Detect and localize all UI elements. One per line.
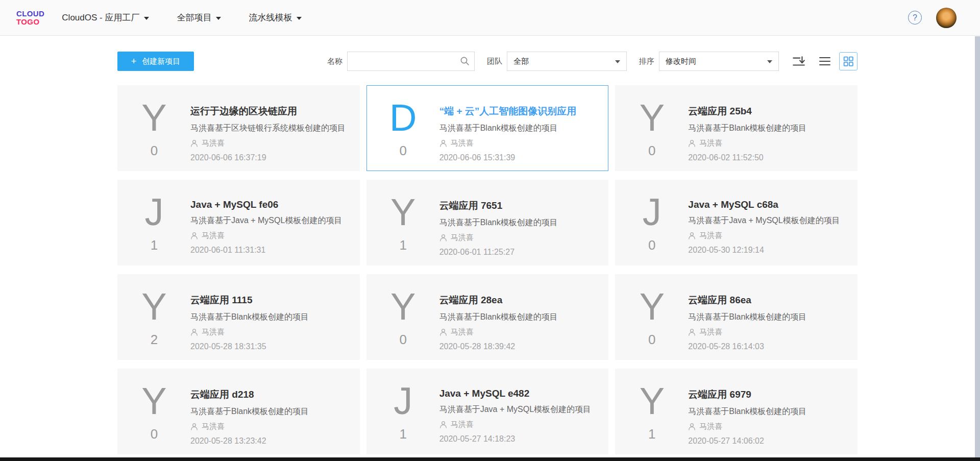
- project-card[interactable]: D 0 “端 + 云”人工智能图像识别应用 马洪喜基于Blank模板创建的项目 …: [366, 85, 609, 171]
- project-card[interactable]: Y 1 云端应用 7651 马洪喜基于Blank模板创建的项目 马洪喜 2020…: [366, 180, 609, 265]
- project-count-badge: 1: [367, 427, 439, 441]
- project-description: 马洪喜基于Java + MySQL模板创建的项目: [688, 215, 845, 226]
- card-letter-column: Y 0: [616, 86, 688, 171]
- card-content-column: 云端应用 86ea 马洪喜基于Blank模板创建的项目 马洪喜 2020-05-…: [688, 275, 857, 359]
- project-description: 马洪喜基于区块链银行系统模板创建的项目: [190, 123, 347, 134]
- project-card[interactable]: Y 1 云端应用 6979 马洪喜基于Blank模板创建的项目 马洪喜 2020…: [615, 369, 857, 454]
- top-header: CLOUD TOGO CloudOS - 应用工厂 全部项目 流水线模板 ?: [0, 0, 980, 36]
- project-description: 马洪喜基于Blank模板创建的项目: [688, 406, 845, 417]
- project-title: Java + MySQL c68a: [688, 199, 845, 210]
- person-icon: [439, 234, 447, 241]
- project-owner-row: 马洪喜: [688, 138, 845, 148]
- card-content-column: Java + MySQL c68a 马洪喜基于Java + MySQL模板创建的…: [688, 180, 857, 265]
- project-card[interactable]: Y 0 云端应用 86ea 马洪喜基于Blank模板创建的项目 马洪喜 2020…: [615, 274, 857, 360]
- person-icon: [190, 328, 198, 336]
- project-owner-row: 马洪喜: [439, 327, 596, 337]
- project-initial-letter: D: [367, 98, 439, 138]
- chevron-down-icon: [144, 17, 149, 20]
- card-content-column: “端 + 云”人工智能图像识别应用 马洪喜基于Blank模板创建的项目 马洪喜 …: [439, 86, 608, 171]
- logo-line1: CLOUD: [16, 10, 44, 17]
- project-initial-letter: Y: [616, 381, 688, 421]
- project-count-badge: 0: [118, 427, 190, 441]
- vertical-scrollbar[interactable]: [975, 36, 980, 457]
- grid-view-icon[interactable]: [839, 52, 857, 70]
- project-modified-time: 2020-06-01 11:31:31: [190, 246, 347, 255]
- project-modified-time: 2020-05-28 18:31:35: [190, 342, 347, 351]
- project-modified-time: 2020-06-02 11:52:50: [688, 153, 845, 162]
- project-modified-time: 2020-05-30 12:19:14: [688, 246, 845, 255]
- create-project-button[interactable]: + 创建新项目: [117, 52, 194, 71]
- card-content-column: 云端应用 7651 马洪喜基于Blank模板创建的项目 马洪喜 2020-06-…: [439, 180, 608, 265]
- project-card[interactable]: Y 2 云端应用 1115 马洪喜基于Blank模板创建的项目 马洪喜 2020…: [117, 274, 360, 360]
- search-icon[interactable]: [460, 56, 470, 68]
- sort-descending-icon[interactable]: [791, 54, 806, 69]
- nav-cloudos-app-factory[interactable]: CloudOS - 应用工厂: [62, 12, 149, 23]
- person-icon: [688, 232, 696, 239]
- project-description: 马洪喜基于Blank模板创建的项目: [190, 406, 347, 417]
- team-filter-label: 团队: [487, 57, 502, 66]
- project-description: 马洪喜基于Blank模板创建的项目: [688, 123, 845, 134]
- project-owner-name: 马洪喜: [451, 420, 474, 429]
- card-content-column: 云端应用 1115 马洪喜基于Blank模板创建的项目 马洪喜 2020-05-…: [190, 275, 359, 359]
- card-letter-column: Y 1: [367, 180, 439, 265]
- project-owner-row: 马洪喜: [190, 231, 347, 240]
- project-modified-time: 2020-06-01 11:25:27: [439, 248, 596, 257]
- project-owner-row: 马洪喜: [688, 327, 845, 337]
- project-owner-name: 马洪喜: [202, 231, 225, 240]
- project-title: “端 + 云”人工智能图像识别应用: [439, 105, 596, 118]
- project-title: 云端应用 6979: [688, 388, 845, 401]
- project-owner-name: 马洪喜: [202, 138, 225, 148]
- project-card[interactable]: Y 0 云端应用 28ea 马洪喜基于Blank模板创建的项目 马洪喜 2020…: [366, 274, 609, 360]
- card-content-column: 云端应用 28ea 马洪喜基于Blank模板创建的项目 马洪喜 2020-05-…: [439, 275, 608, 359]
- project-owner-name: 马洪喜: [202, 327, 225, 337]
- project-card[interactable]: J 1 Java + MySQL fe06 马洪喜基于Java + MySQL模…: [117, 180, 360, 265]
- nav-label: 全部项目: [177, 12, 211, 23]
- nav-pipeline-templates[interactable]: 流水线模板: [249, 12, 302, 23]
- nav-all-projects[interactable]: 全部项目: [177, 12, 221, 23]
- user-avatar[interactable]: [936, 8, 957, 28]
- chevron-down-icon: [297, 17, 302, 20]
- project-description: 马洪喜基于Blank模板创建的项目: [439, 312, 596, 323]
- project-owner-row: 马洪喜: [439, 233, 596, 242]
- project-card[interactable]: Y 0 云端应用 25b4 马洪喜基于Blank模板创建的项目 马洪喜 2020…: [615, 85, 857, 171]
- project-title: 云端应用 86ea: [688, 294, 845, 307]
- person-icon: [190, 139, 198, 147]
- project-owner-row: 马洪喜: [439, 420, 596, 429]
- card-letter-column: Y 2: [118, 275, 190, 359]
- plus-icon: +: [131, 57, 137, 66]
- card-content-column: Java + MySQL fe06 马洪喜基于Java + MySQL模板创建的…: [190, 180, 359, 265]
- project-count-badge: 0: [616, 238, 688, 252]
- project-initial-letter: J: [367, 381, 439, 421]
- sort-select[interactable]: 修改时间: [659, 52, 779, 71]
- name-search-input[interactable]: [347, 52, 475, 71]
- project-description: 马洪喜基于Blank模板创建的项目: [688, 312, 845, 323]
- person-icon: [688, 328, 696, 336]
- card-content-column: 运行于边缘的区块链应用 马洪喜基于区块链银行系统模板创建的项目 马洪喜 2020…: [190, 86, 359, 171]
- person-icon: [439, 421, 447, 428]
- person-icon: [688, 139, 696, 147]
- project-card[interactable]: J 1 Java + MySQL e482 马洪喜基于Java + MySQL模…: [366, 369, 609, 454]
- help-icon[interactable]: ?: [908, 11, 922, 25]
- nav-label: CloudOS - 应用工厂: [62, 12, 139, 23]
- project-initial-letter: J: [118, 192, 190, 232]
- project-title: 云端应用 28ea: [439, 294, 596, 307]
- project-owner-name: 马洪喜: [699, 327, 722, 337]
- project-title: 云端应用 1115: [190, 294, 347, 307]
- project-card[interactable]: Y 0 云端应用 d218 马洪喜基于Blank模板创建的项目 马洪喜 2020…: [117, 369, 360, 454]
- project-card[interactable]: J 0 Java + MySQL c68a 马洪喜基于Java + MySQL模…: [615, 180, 857, 265]
- project-card[interactable]: Y 0 运行于边缘的区块链应用 马洪喜基于区块链银行系统模板创建的项目 马洪喜 …: [117, 85, 360, 171]
- cloudtogo-logo: CLOUD TOGO: [16, 10, 44, 26]
- card-content-column: 云端应用 25b4 马洪喜基于Blank模板创建的项目 马洪喜 2020-06-…: [688, 86, 857, 171]
- card-letter-column: D 0: [367, 86, 439, 171]
- card-letter-column: Y 0: [616, 275, 688, 359]
- chevron-down-icon: [615, 60, 620, 63]
- sort-filter-label: 排序: [639, 57, 654, 66]
- project-description: 马洪喜基于Blank模板创建的项目: [190, 312, 347, 323]
- list-view-icon[interactable]: [818, 54, 832, 68]
- project-count-badge: 1: [616, 427, 688, 441]
- card-letter-column: Y 0: [367, 275, 439, 359]
- project-title: 运行于边缘的区块链应用: [190, 105, 347, 118]
- team-select[interactable]: 全部: [507, 52, 627, 71]
- project-owner-row: 马洪喜: [688, 422, 845, 431]
- project-count-badge: 1: [118, 238, 190, 252]
